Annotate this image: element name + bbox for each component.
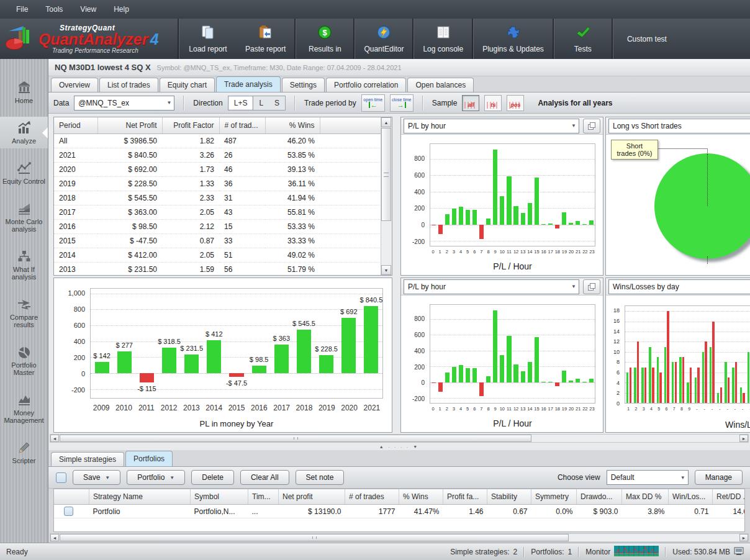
clear-all-button[interactable]: Clear All: [240, 470, 289, 485]
strategies-column-header[interactable]: Drawdo...: [577, 489, 622, 505]
scrollbar-thumb[interactable]: [381, 128, 391, 221]
period-table-row[interactable]: 2016$ 98.502.121553.33 %: [54, 220, 381, 234]
splitter-handle[interactable]: ▲ ∙ ∙ ∙ ∙ ▼: [48, 443, 750, 450]
open-time-button[interactable]: open time ←: [361, 94, 385, 112]
menu-view[interactable]: View: [71, 2, 105, 16]
scroll-right-icon[interactable]: ►: [739, 534, 748, 541]
scrollbar-thumb[interactable]: [60, 534, 569, 541]
bar-11: [507, 176, 511, 224]
paste-report-button[interactable]: Paste report: [237, 19, 294, 59]
chart-select-pie[interactable]: Long vs Short trades: [608, 119, 750, 133]
direction-option-s[interactable]: S: [269, 96, 285, 110]
scroll-left-icon[interactable]: ◄: [50, 435, 59, 442]
period-table-row[interactable]: 2015$ -47.500.873333.33 %: [54, 234, 381, 248]
content-horizontal-scrollbar[interactable]: ◄ ►: [50, 434, 749, 443]
sidebar-item-compare-results[interactable]: Compare results: [0, 293, 48, 332]
strategies-column-header[interactable]: Net profit: [279, 489, 345, 505]
sidebar-item-equity-control[interactable]: Equity Control: [0, 157, 48, 189]
column-header-profit-factor[interactable]: Profit Factor: [162, 117, 219, 134]
custom-test-button[interactable]: Custom test: [613, 19, 680, 59]
plugins-updates-button[interactable]: Plugins & Updates: [474, 19, 553, 59]
chart-select-day[interactable]: Wins/Losses by day: [608, 279, 750, 294]
strategies-column-header[interactable]: Strategy Name: [89, 489, 191, 505]
log-console-button[interactable]: Log console: [414, 19, 472, 59]
sidebar-item-scripter[interactable]: Scripter: [0, 436, 48, 468]
period-table-row[interactable]: 2014$ 412.002.055149.02 %: [54, 248, 381, 263]
strategies-column-header[interactable]: Win/Los...: [669, 489, 713, 505]
strategies-column-header[interactable]: Symbol: [191, 489, 248, 505]
column-header-period[interactable]: Period: [54, 117, 97, 134]
sidebar-item-home[interactable]: Home: [0, 76, 48, 108]
status-monitor[interactable]: Monitor: [585, 546, 659, 558]
sidebar-item-monte-carlo[interactable]: Monte Carlo analysis: [0, 197, 48, 237]
tab-list-of-trades[interactable]: List of trades: [99, 78, 158, 92]
copy-chart-button[interactable]: [583, 119, 600, 133]
column-header-trades[interactable]: # of trad...: [219, 117, 265, 134]
quanteditor-button[interactable]: QuantEditor: [355, 19, 412, 59]
manage-button[interactable]: Manage: [695, 470, 743, 485]
portfolio-button[interactable]: Portfolio▼: [127, 470, 185, 485]
tab-equity-chart[interactable]: Equity chart: [160, 78, 215, 92]
results-in-button[interactable]: $ Results in: [296, 19, 353, 59]
set-note-button[interactable]: Set note: [296, 470, 345, 485]
period-table-row[interactable]: 2013$ 231.501.595651.79 %: [54, 263, 381, 276]
strategies-column-header[interactable]: Ret/DD ...: [713, 489, 746, 505]
select-all-checkbox[interactable]: [56, 472, 66, 483]
sample-ts-button[interactable]: ts: [484, 95, 502, 111]
column-header-net-profit[interactable]: Net Profit: [97, 117, 162, 134]
copy-chart-button[interactable]: [583, 279, 600, 294]
row-checkbox[interactable]: [64, 507, 73, 516]
data-select[interactable]: @MNQ_TS_ex ▼: [74, 96, 174, 111]
scroll-right-icon[interactable]: ►: [739, 435, 748, 442]
tab-simple-strategies[interactable]: Simple strategies: [51, 452, 124, 466]
strategies-column-header[interactable]: Tim...: [248, 489, 279, 505]
view-select[interactable]: Default ▼: [607, 470, 689, 485]
strategies-column-header[interactable]: Stability: [487, 489, 531, 505]
tab-trade-analysis[interactable]: Trade analysis: [216, 76, 281, 92]
menu-file[interactable]: File: [7, 2, 37, 16]
menu-help[interactable]: Help: [105, 2, 138, 16]
period-table-row[interactable]: 2017$ 363.002.054355.81 %: [54, 205, 381, 220]
period-table-row[interactable]: 2020$ 692.001.734639.13 %: [54, 163, 381, 177]
tab-overview[interactable]: Overview: [51, 78, 98, 92]
scrollbar-thumb[interactable]: [60, 435, 531, 442]
period-table-row[interactable]: 2019$ 228.501.333636.11 %: [54, 177, 381, 191]
portfolio-row[interactable]: PortfolioPortfolio,N......$ 13190.017774…: [54, 505, 745, 518]
scroll-up-icon[interactable]: ▲: [381, 117, 391, 127]
sidebar-item-what-if[interactable]: What If analysis: [0, 245, 48, 284]
scroll-left-icon[interactable]: ◄: [50, 534, 59, 541]
strategies-column-header[interactable]: Max DD %: [622, 489, 669, 505]
tests-button[interactable]: Tests: [554, 19, 612, 59]
period-table-row[interactable]: 2021$ 840.503.262653.85 %: [54, 148, 381, 163]
strategies-cell: 0.0%: [531, 505, 577, 518]
sample-pos-button[interactable]: pos: [507, 95, 524, 111]
sidebar-item-analyze[interactable]: Analyze: [0, 117, 48, 148]
strategies-horizontal-scrollbar[interactable]: ◄ ►: [50, 533, 749, 542]
pencil-icon: [17, 440, 32, 455]
sidebar-item-portfolio-master[interactable]: Portfolio Master: [0, 341, 48, 380]
period-table-row[interactable]: All$ 3986.501.8248746.20 %: [54, 134, 381, 148]
sample-all-button[interactable]: all: [462, 95, 479, 111]
direction-option-l[interactable]: L: [253, 96, 269, 110]
chart-select-top[interactable]: P/L by hour ▼: [404, 119, 579, 133]
period-table-row[interactable]: 2018$ 545.502.333141.94 %: [54, 191, 381, 205]
sidebar-item-money-management[interactable]: Money Management: [0, 389, 48, 428]
close-time-button[interactable]: close time →: [390, 94, 413, 112]
load-report-button[interactable]: Load report: [179, 19, 237, 59]
direction-option-ls[interactable]: L+S: [228, 96, 254, 110]
tab-open-balances[interactable]: Open balances: [407, 78, 474, 92]
period-table-scrollbar[interactable]: ▲ ▼: [381, 117, 392, 275]
delete-button[interactable]: Delete: [191, 470, 234, 485]
scroll-down-icon[interactable]: ▼: [381, 265, 391, 275]
save-button[interactable]: Save▼: [73, 470, 120, 485]
chart-select-bottom[interactable]: P/L by hour ▼: [404, 279, 579, 294]
strategies-column-header[interactable]: Symmetry: [531, 489, 577, 505]
tab-portfolios[interactable]: Portfolios: [125, 451, 173, 466]
menu-tools[interactable]: Tools: [37, 2, 71, 16]
strategies-column-header[interactable]: % Wins: [399, 489, 443, 505]
tab-settings[interactable]: Settings: [282, 78, 325, 92]
column-header-wins[interactable]: % Wins: [265, 117, 320, 134]
strategies-column-header[interactable]: Profit fa...: [443, 489, 487, 505]
tab-portfolio-correlation[interactable]: Portfolio correlation: [326, 78, 406, 92]
strategies-column-header[interactable]: # of trades: [345, 489, 399, 505]
